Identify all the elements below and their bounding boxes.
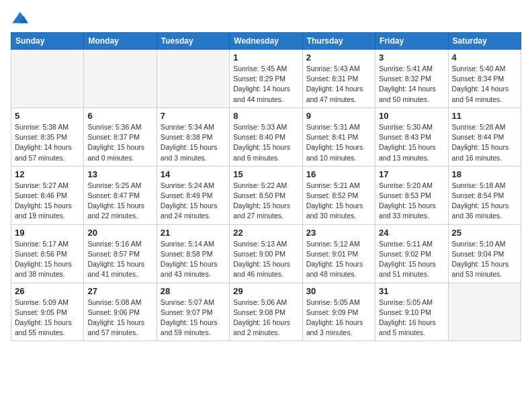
calendar-header-row: SundayMondayTuesdayWednesdayThursdayFrid… <box>11 33 521 50</box>
calendar-cell: 13Sunrise: 5:25 AMSunset: 8:47 PMDayligh… <box>84 166 157 224</box>
calendar-cell: 18Sunrise: 5:18 AMSunset: 8:54 PMDayligh… <box>448 166 521 224</box>
day-number: 19 <box>15 228 80 238</box>
calendar-week-4: 19Sunrise: 5:17 AMSunset: 8:56 PMDayligh… <box>11 224 521 283</box>
calendar-cell: 19Sunrise: 5:17 AMSunset: 8:56 PMDayligh… <box>11 224 84 283</box>
calendar-cell: 20Sunrise: 5:16 AMSunset: 8:57 PMDayligh… <box>84 224 157 283</box>
page-header <box>11 11 521 26</box>
day-number: 13 <box>87 169 152 179</box>
day-info: Sunrise: 5:18 AMSunset: 8:54 PMDaylight:… <box>452 181 517 222</box>
day-info: Sunrise: 5:31 AMSunset: 8:41 PMDaylight:… <box>306 122 371 163</box>
day-info: Sunrise: 5:40 AMSunset: 8:34 PMDaylight:… <box>452 64 517 105</box>
day-number: 3 <box>379 52 444 62</box>
day-info: Sunrise: 5:24 AMSunset: 8:49 PMDaylight:… <box>161 181 226 222</box>
calendar-cell: 25Sunrise: 5:10 AMSunset: 9:04 PMDayligh… <box>448 224 521 283</box>
calendar-cell: 31Sunrise: 5:05 AMSunset: 9:10 PMDayligh… <box>375 283 448 341</box>
day-header-sunday: Sunday <box>11 33 84 50</box>
day-info: Sunrise: 5:14 AMSunset: 8:58 PMDaylight:… <box>161 239 226 280</box>
calendar-cell <box>11 50 84 108</box>
calendar-cell <box>448 283 521 341</box>
day-header-tuesday: Tuesday <box>157 33 229 50</box>
day-number: 20 <box>87 228 152 238</box>
day-info: Sunrise: 5:05 AMSunset: 9:09 PMDaylight:… <box>306 298 371 338</box>
day-info: Sunrise: 5:21 AMSunset: 8:52 PMDaylight:… <box>306 181 371 222</box>
day-info: Sunrise: 5:17 AMSunset: 8:56 PMDaylight:… <box>15 239 80 280</box>
day-number: 22 <box>233 228 298 238</box>
day-number: 4 <box>452 52 517 62</box>
logo-icon <box>11 11 30 26</box>
day-number: 12 <box>15 169 80 179</box>
calendar-week-5: 26Sunrise: 5:09 AMSunset: 9:05 PMDayligh… <box>11 283 521 341</box>
calendar-cell: 4Sunrise: 5:40 AMSunset: 8:34 PMDaylight… <box>448 50 521 108</box>
calendar-week-1: 1Sunrise: 5:45 AMSunset: 8:29 PMDaylight… <box>11 50 521 108</box>
day-number: 16 <box>306 169 371 179</box>
day-number: 11 <box>452 111 517 121</box>
day-number: 24 <box>379 228 444 238</box>
day-number: 31 <box>379 286 444 296</box>
day-info: Sunrise: 5:20 AMSunset: 8:53 PMDaylight:… <box>379 181 444 222</box>
day-header-wednesday: Wednesday <box>230 33 302 50</box>
calendar-cell <box>157 50 229 108</box>
calendar-cell: 17Sunrise: 5:20 AMSunset: 8:53 PMDayligh… <box>375 166 448 224</box>
day-number: 9 <box>306 111 371 121</box>
calendar-cell: 6Sunrise: 5:36 AMSunset: 8:37 PMDaylight… <box>84 107 157 166</box>
calendar-cell: 12Sunrise: 5:27 AMSunset: 8:46 PMDayligh… <box>11 166 84 224</box>
day-number: 17 <box>379 169 444 179</box>
day-info: Sunrise: 5:22 AMSunset: 8:50 PMDaylight:… <box>233 181 298 222</box>
calendar-cell <box>84 50 157 108</box>
day-info: Sunrise: 5:36 AMSunset: 8:37 PMDaylight:… <box>87 122 152 163</box>
day-info: Sunrise: 5:06 AMSunset: 9:08 PMDaylight:… <box>233 298 298 338</box>
calendar-cell: 2Sunrise: 5:43 AMSunset: 8:31 PMDaylight… <box>302 50 375 108</box>
day-number: 1 <box>233 52 298 62</box>
day-number: 28 <box>161 286 226 296</box>
day-info: Sunrise: 5:07 AMSunset: 9:07 PMDaylight:… <box>161 298 226 338</box>
day-number: 30 <box>306 286 371 296</box>
calendar-week-2: 5Sunrise: 5:38 AMSunset: 8:35 PMDaylight… <box>11 107 521 166</box>
day-number: 25 <box>452 228 517 238</box>
day-number: 8 <box>233 111 298 121</box>
day-info: Sunrise: 5:38 AMSunset: 8:35 PMDaylight:… <box>15 122 80 163</box>
calendar-cell: 23Sunrise: 5:12 AMSunset: 9:01 PMDayligh… <box>302 224 375 283</box>
day-info: Sunrise: 5:43 AMSunset: 8:31 PMDaylight:… <box>306 64 371 105</box>
day-number: 27 <box>87 286 152 296</box>
day-number: 18 <box>452 169 517 179</box>
day-info: Sunrise: 5:09 AMSunset: 9:05 PMDaylight:… <box>15 298 80 338</box>
calendar-cell: 21Sunrise: 5:14 AMSunset: 8:58 PMDayligh… <box>157 224 229 283</box>
calendar-cell: 28Sunrise: 5:07 AMSunset: 9:07 PMDayligh… <box>157 283 229 341</box>
day-number: 7 <box>161 111 226 121</box>
day-number: 6 <box>87 111 152 121</box>
day-number: 23 <box>306 228 371 238</box>
day-info: Sunrise: 5:12 AMSunset: 9:01 PMDaylight:… <box>306 239 371 280</box>
calendar-cell: 30Sunrise: 5:05 AMSunset: 9:09 PMDayligh… <box>302 283 375 341</box>
day-number: 14 <box>161 169 226 179</box>
logo <box>11 11 31 26</box>
day-info: Sunrise: 5:41 AMSunset: 8:32 PMDaylight:… <box>379 64 444 105</box>
calendar-cell: 15Sunrise: 5:22 AMSunset: 8:50 PMDayligh… <box>230 166 302 224</box>
day-info: Sunrise: 5:25 AMSunset: 8:47 PMDaylight:… <box>87 181 152 222</box>
calendar-cell: 14Sunrise: 5:24 AMSunset: 8:49 PMDayligh… <box>157 166 229 224</box>
day-info: Sunrise: 5:30 AMSunset: 8:43 PMDaylight:… <box>379 122 444 163</box>
day-header-thursday: Thursday <box>302 33 375 50</box>
day-number: 10 <box>379 111 444 121</box>
calendar-cell: 11Sunrise: 5:28 AMSunset: 8:44 PMDayligh… <box>448 107 521 166</box>
day-info: Sunrise: 5:27 AMSunset: 8:46 PMDaylight:… <box>15 181 80 222</box>
day-info: Sunrise: 5:10 AMSunset: 9:04 PMDaylight:… <box>452 239 517 280</box>
day-number: 2 <box>306 52 371 62</box>
day-number: 29 <box>233 286 298 296</box>
day-number: 26 <box>15 286 80 296</box>
calendar-cell: 24Sunrise: 5:11 AMSunset: 9:02 PMDayligh… <box>375 224 448 283</box>
day-info: Sunrise: 5:45 AMSunset: 8:29 PMDaylight:… <box>233 64 298 105</box>
calendar-cell: 26Sunrise: 5:09 AMSunset: 9:05 PMDayligh… <box>11 283 84 341</box>
calendar-cell: 9Sunrise: 5:31 AMSunset: 8:41 PMDaylight… <box>302 107 375 166</box>
day-info: Sunrise: 5:13 AMSunset: 9:00 PMDaylight:… <box>233 239 298 280</box>
calendar-cell: 3Sunrise: 5:41 AMSunset: 8:32 PMDaylight… <box>375 50 448 108</box>
day-header-monday: Monday <box>84 33 157 50</box>
day-info: Sunrise: 5:34 AMSunset: 8:38 PMDaylight:… <box>161 122 226 163</box>
day-info: Sunrise: 5:28 AMSunset: 8:44 PMDaylight:… <box>452 122 517 163</box>
calendar-cell: 8Sunrise: 5:33 AMSunset: 8:40 PMDaylight… <box>230 107 302 166</box>
calendar-cell: 22Sunrise: 5:13 AMSunset: 9:00 PMDayligh… <box>230 224 302 283</box>
day-info: Sunrise: 5:11 AMSunset: 9:02 PMDaylight:… <box>379 239 444 280</box>
day-info: Sunrise: 5:05 AMSunset: 9:10 PMDaylight:… <box>379 298 444 338</box>
day-info: Sunrise: 5:16 AMSunset: 8:57 PMDaylight:… <box>87 239 152 280</box>
day-number: 15 <box>233 169 298 179</box>
calendar-cell: 29Sunrise: 5:06 AMSunset: 9:08 PMDayligh… <box>230 283 302 341</box>
